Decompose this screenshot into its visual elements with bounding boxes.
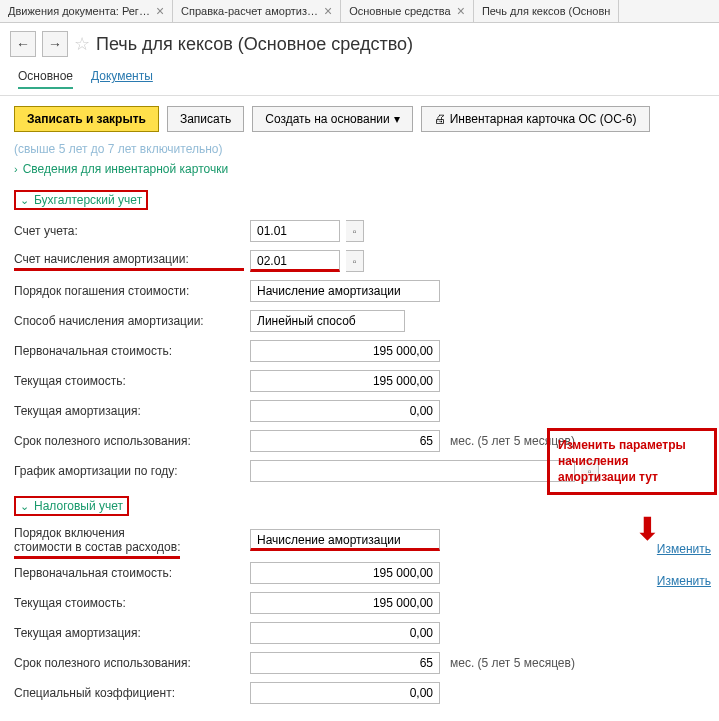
annotation-line: амортизации тут	[558, 469, 706, 485]
current-cost-label: Текущая стоимость:	[14, 374, 244, 388]
repayment-label: Порядок погашения стоимости:	[14, 284, 244, 298]
change-link[interactable]: Изменить	[657, 542, 711, 556]
chevron-down-icon: ⌄	[20, 500, 29, 513]
annotation-callout: Изменить параметры начисления амортизаци…	[547, 428, 717, 495]
subtab-bar: Основное Документы	[0, 65, 719, 96]
tax-current-cost-label: Текущая стоимость:	[14, 596, 244, 610]
close-icon[interactable]: ×	[156, 4, 164, 18]
section-label: Бухгалтерский учет	[34, 193, 142, 207]
save-button[interactable]: Записать	[167, 106, 244, 132]
tab-label: Печь для кексов (Основн	[482, 5, 611, 17]
repayment-input[interactable]	[250, 280, 440, 302]
tax-initial-cost-label: Первоначальная стоимость:	[14, 566, 244, 580]
method-input[interactable]	[250, 310, 405, 332]
chevron-down-icon: ▾	[394, 112, 400, 126]
back-button[interactable]: ←	[10, 31, 36, 57]
page-title: Печь для кексов (Основное средство)	[96, 34, 413, 55]
create-based-button[interactable]: Создать на основании ▾	[252, 106, 413, 132]
deprec-account-label: Счет начисления амортизации:	[14, 252, 244, 271]
deprec-account-input[interactable]	[250, 250, 340, 272]
disclosure-label: Сведения для инвентарной карточки	[23, 162, 228, 176]
picker-icon[interactable]: ▫	[346, 250, 364, 272]
subtab-documents[interactable]: Документы	[91, 69, 153, 89]
change-link[interactable]: Изменить	[657, 574, 711, 588]
account-label: Счет учета:	[14, 224, 244, 238]
disclosure-accounting[interactable]: ⌄ Бухгалтерский учет	[14, 190, 148, 210]
initial-cost-input[interactable]	[250, 340, 440, 362]
tab-item[interactable]: Движения документа: Рег… ×	[0, 0, 173, 22]
star-icon[interactable]: ☆	[74, 33, 90, 55]
useful-life-label: Срок полезного использования:	[14, 434, 244, 448]
current-cost-input[interactable]	[250, 370, 440, 392]
disclosure-inventory[interactable]: › Сведения для инвентарной карточки	[14, 162, 705, 176]
close-icon[interactable]: ×	[324, 4, 332, 18]
subtab-main[interactable]: Основное	[18, 69, 73, 89]
annotation-line: начисления	[558, 453, 706, 469]
tab-label: Справка-расчет амортиз…	[181, 5, 318, 17]
toolbar: Записать и закрыть Записать Создать на о…	[0, 96, 719, 142]
special-coef-input[interactable]	[250, 682, 440, 704]
faded-text: (свыше 5 лет до 7 лет включительно)	[14, 142, 705, 156]
tab-item[interactable]: Справка-расчет амортиз… ×	[173, 0, 341, 22]
tab-label: Основные средства	[349, 5, 451, 17]
special-coef-label: Специальный коэффициент:	[14, 686, 244, 700]
tax-useful-life-input[interactable]	[250, 652, 440, 674]
useful-life-input[interactable]	[250, 430, 440, 452]
button-label: Создать на основании	[265, 112, 390, 126]
tab-item[interactable]: Печь для кексов (Основн	[474, 0, 620, 22]
schedule-input[interactable]	[250, 460, 575, 482]
inventory-card-button[interactable]: 🖨 Инвентарная карточка ОС (ОС-6)	[421, 106, 650, 132]
inclusion-input[interactable]	[250, 529, 440, 551]
tab-label: Движения документа: Рег…	[8, 5, 150, 17]
forward-button[interactable]: →	[42, 31, 68, 57]
section-label: Налоговый учет	[34, 499, 123, 513]
method-label: Способ начисления амортизации:	[14, 314, 244, 328]
tab-bar: Движения документа: Рег… × Справка-расче…	[0, 0, 719, 23]
initial-cost-label: Первоначальная стоимость:	[14, 344, 244, 358]
close-icon[interactable]: ×	[457, 4, 465, 18]
tax-current-deprec-label: Текущая амортизация:	[14, 626, 244, 640]
tax-useful-life-unit: мес. (5 лет 5 месяцев)	[450, 656, 575, 670]
save-close-button[interactable]: Записать и закрыть	[14, 106, 159, 132]
tax-current-deprec-input[interactable]	[250, 622, 440, 644]
picker-icon[interactable]: ▫	[346, 220, 364, 242]
account-input[interactable]	[250, 220, 340, 242]
label-line2: стоимости в состав расходов:	[14, 540, 180, 559]
chevron-down-icon: ⌄	[20, 194, 29, 207]
schedule-label: График амортизации по году:	[14, 464, 244, 478]
tax-useful-life-label: Срок полезного использования:	[14, 656, 244, 670]
tab-item[interactable]: Основные средства ×	[341, 0, 474, 22]
disclosure-tax[interactable]: ⌄ Налоговый учет	[14, 496, 129, 516]
chevron-right-icon: ›	[14, 163, 18, 175]
current-deprec-label: Текущая амортизация:	[14, 404, 244, 418]
label-line1: Порядок включения	[14, 526, 125, 540]
form-content: (свыше 5 лет до 7 лет включительно) › Св…	[0, 142, 719, 721]
inclusion-label: Порядок включения стоимости в состав рас…	[14, 526, 244, 554]
printer-icon: 🖨	[434, 112, 446, 126]
tax-initial-cost-input[interactable]	[250, 562, 440, 584]
current-deprec-input[interactable]	[250, 400, 440, 422]
header: ← → ☆ Печь для кексов (Основное средство…	[0, 23, 719, 65]
button-label: Инвентарная карточка ОС (ОС-6)	[450, 112, 637, 126]
annotation-line: Изменить параметры	[558, 437, 706, 453]
tax-current-cost-input[interactable]	[250, 592, 440, 614]
